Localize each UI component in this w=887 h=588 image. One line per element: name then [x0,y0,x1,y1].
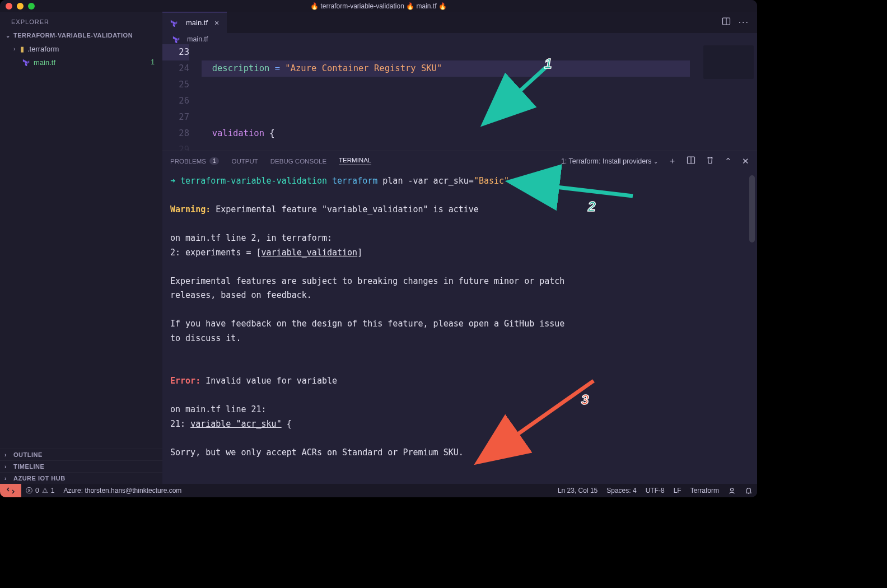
window-title-text: 🔥 terraform-variable-validation 🔥 main.t… [310,2,447,10]
svg-point-4 [730,488,733,491]
chevron-right-icon: › [4,452,11,458]
chevron-right-icon: › [13,46,20,52]
status-language[interactable]: Terraform [686,487,723,494]
editor-tabs: main.tf × ··· [162,12,757,33]
error-icon: ⓧ [26,486,32,496]
chevron-down-icon: ⌄ [653,158,658,165]
terminal-cwd: terraform-variable-validation [180,176,327,186]
minimize-window-button[interactable] [17,3,24,10]
chevron-right-icon: › [4,475,11,482]
titlebar: 🔥 terraform-variable-validation 🔥 main.t… [0,0,757,12]
editor-actions: ··· [714,12,757,33]
new-terminal-button[interactable]: ＋ [668,156,676,166]
panel-tab-output[interactable]: OUTPUT [231,158,258,165]
minimap[interactable] [703,45,754,79]
annotation-number-3: 3 [581,392,589,408]
azure-iot-section[interactable]: › AZURE IOT HUB [0,472,162,484]
sidebar-explorer: EXPLORER ⌄ TERRAFORM-VARIABLE-VALIDATION… [0,12,162,484]
status-problems[interactable]: ⓧ0 ⚠1 [21,486,59,496]
outline-label: OUTLINE [13,451,43,458]
split-terminal-button[interactable] [687,156,695,166]
tree-file-badge: 1 [151,58,162,66]
terminal-scrollbar[interactable] [750,170,756,484]
panel-tab-problems[interactable]: PROBLEMS 1 [170,157,219,165]
prompt-arrow-icon: ➜ [170,176,180,186]
maximize-panel-button[interactable]: ⌃ [725,156,732,166]
notifications-icon[interactable] [740,487,757,494]
explorer-title: EXPLORER [0,12,162,30]
tab-label: main.tf [186,18,208,27]
tree-folder-terraform[interactable]: › ▮ .terraform [0,42,162,55]
close-window-button[interactable] [6,3,12,10]
panel-tab-terminal[interactable]: TERMINAL [339,157,371,165]
scrollbar-thumb[interactable] [749,175,755,242]
more-actions-icon[interactable]: ··· [739,17,749,27]
editor-tab-main-tf[interactable]: main.tf × [162,12,227,33]
chevron-right-icon: › [4,464,11,470]
maximize-window-button[interactable] [28,3,35,10]
traffic-lights [6,3,35,10]
terminal[interactable]: ➜ terraform-variable-validation terrafor… [162,170,757,484]
close-tab-button[interactable]: × [212,18,221,27]
status-bar: ⓧ0 ⚠1 Azure: thorsten.hans@thinktecture.… [0,484,757,497]
problems-count-badge: 1 [209,157,220,165]
bottom-panel: PROBLEMS 1 OUTPUT DEBUG CONSOLE TERMINAL… [162,151,757,484]
tree-folder-label: .terraform [27,45,162,53]
annotation-number-1: 1 [544,56,552,72]
breadcrumb[interactable]: main.tf [162,33,757,44]
tree-file-label: main.tf [34,58,151,67]
panel-tab-debug-console[interactable]: DEBUG CONSOLE [270,158,326,165]
warning-icon: ⚠ [42,487,48,494]
panel-tabs: PROBLEMS 1 OUTPUT DEBUG CONSOLE TERMINAL… [162,151,757,170]
timeline-section[interactable]: › TIMELINE [0,460,162,472]
outline-section[interactable]: › OUTLINE [0,449,162,460]
split-editor-icon[interactable] [722,17,731,28]
terraform-file-icon [172,35,180,43]
close-panel-button[interactable]: ✕ [742,156,749,166]
annotation-number-2: 2 [588,199,595,214]
project-section-header[interactable]: ⌄ TERRAFORM-VARIABLE-VALIDATION [0,30,162,41]
status-indentation[interactable]: Spaces: 4 [602,487,641,494]
terminal-command: terraform [332,176,377,186]
vscode-window: 🔥 terraform-variable-validation 🔥 main.t… [0,0,757,497]
breadcrumb-file: main.tf [187,35,208,43]
code-body[interactable]: description = "Azure Container Registry … [202,44,757,151]
tree-file-main-tf[interactable]: main.tf 1 [0,55,162,69]
warning-label: Warning: [170,204,211,214]
azure-iot-label: AZURE IOT HUB [13,475,66,482]
terraform-file-icon [22,58,30,66]
project-name: TERRAFORM-VARIABLE-VALIDATION [13,32,133,39]
chevron-down-icon: ⌄ [4,32,11,39]
status-encoding[interactable]: UTF-8 [641,487,669,494]
terraform-file-icon [170,19,178,27]
code-editor[interactable]: 23 24 25 26 27 28 29 description = "Azur… [162,44,757,151]
feedback-icon[interactable] [723,487,740,494]
terminal-task-selector[interactable]: 1: Terraform: Install providers ⌄ [561,157,658,165]
status-azure-account[interactable]: Azure: thorsten.hans@thinktecture.com [59,487,186,494]
status-cursor-position[interactable]: Ln 23, Col 15 [553,487,602,494]
folder-icon: ▮ [20,45,24,53]
window-title: 🔥 terraform-variable-validation 🔥 main.t… [310,2,447,10]
kill-terminal-button[interactable] [706,156,715,166]
timeline-label: TIMELINE [13,463,44,470]
line-gutter: 23 24 25 26 27 28 29 [162,44,202,151]
remote-indicator[interactable] [0,484,21,497]
status-eol[interactable]: LF [669,487,686,494]
error-label: Error: [170,376,200,386]
